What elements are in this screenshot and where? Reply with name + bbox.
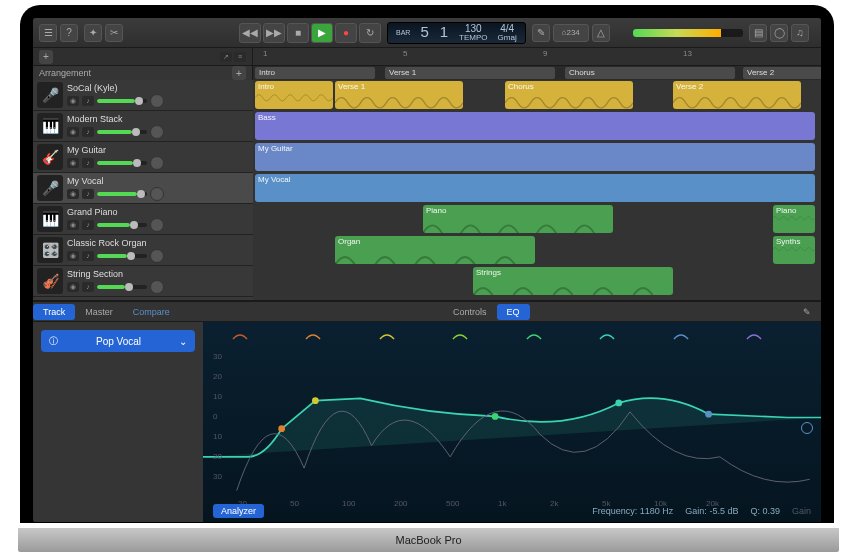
region[interactable]: Piano <box>423 205 613 233</box>
solo-button[interactable]: ♪ <box>82 158 94 168</box>
add-track-button[interactable]: + <box>39 50 53 64</box>
forward-button[interactable]: ▶▶ <box>263 23 285 43</box>
solo-button[interactable]: ♪ <box>82 127 94 137</box>
volume-slider[interactable] <box>97 161 147 165</box>
stop-button[interactable]: ■ <box>287 23 309 43</box>
pan-knob[interactable] <box>150 249 164 263</box>
play-button[interactable]: ▶ <box>311 23 333 43</box>
lcd-position[interactable]: 5 1 <box>420 23 449 42</box>
tool-button[interactable]: ✎ <box>532 24 550 42</box>
timeline[interactable]: Intro Verse 1 Chorus Verse 2 Bass My Gui… <box>253 80 821 300</box>
region[interactable]: Bass <box>255 112 815 140</box>
analyzer-button[interactable]: Analyzer <box>213 504 264 518</box>
track-header[interactable]: 🎻 String Section ◉ ♪ <box>33 266 253 297</box>
arrangement-segment[interactable]: Verse 1 <box>385 67 555 79</box>
track-icon: 🎹 <box>37 206 63 232</box>
eq-curve[interactable] <box>203 322 821 513</box>
region[interactable]: Strings <box>473 267 673 295</box>
track-header[interactable]: 🎤 SoCal (Kyle) ◉ ♪ <box>33 80 253 111</box>
volume-slider[interactable] <box>97 130 147 134</box>
pan-knob[interactable] <box>150 94 164 108</box>
eq-y-label: 20 <box>213 452 222 461</box>
add-arrangement-button[interactable]: + <box>232 66 246 80</box>
cycle-button[interactable]: ↻ <box>359 23 381 43</box>
track-header[interactable]: 🎤 My Vocal ◉ ♪ <box>33 173 253 204</box>
region[interactable]: Piano <box>773 205 815 233</box>
tab-controls[interactable]: Controls <box>443 304 497 320</box>
tab-eq[interactable]: EQ <box>497 304 530 320</box>
arrangement-segment[interactable]: Intro <box>255 67 375 79</box>
pan-knob[interactable] <box>150 218 164 232</box>
media-button[interactable]: ♫ <box>791 24 809 42</box>
pan-knob[interactable] <box>150 156 164 170</box>
record-button[interactable]: ● <box>335 23 357 43</box>
pan-knob[interactable] <box>150 280 164 294</box>
region[interactable]: Verse 2 <box>673 81 801 109</box>
arrangement-segment[interactable]: Verse 2 <box>743 67 821 79</box>
svg-point-4 <box>705 411 712 418</box>
tab-compare[interactable]: Compare <box>123 304 180 320</box>
volume-slider[interactable] <box>97 285 147 289</box>
pan-knob[interactable] <box>150 125 164 139</box>
rewind-button[interactable]: ◀◀ <box>239 23 261 43</box>
ruler[interactable]: 1591317 <box>253 48 821 65</box>
track-header-controls: + ↗ ≡ 1591317 <box>33 48 821 66</box>
scissors-button[interactable]: ✂ <box>105 24 123 42</box>
mute-button[interactable]: ◉ <box>67 96 79 106</box>
volume-slider[interactable] <box>97 192 147 196</box>
region[interactable]: My Vocal <box>255 174 815 202</box>
region[interactable]: Synths <box>773 236 815 264</box>
loops-button[interactable]: ◯ <box>770 24 788 42</box>
tuner-button[interactable]: ⌂234 <box>553 24 589 42</box>
metronome-button[interactable]: △ <box>592 24 610 42</box>
region[interactable]: Organ <box>335 236 535 264</box>
hdr-btn-2[interactable]: ≡ <box>234 52 246 62</box>
mute-button[interactable]: ◉ <box>67 127 79 137</box>
volume-slider[interactable] <box>97 254 147 258</box>
output-gain-knob[interactable] <box>801 422 813 434</box>
arrangement-segment[interactable]: Chorus <box>565 67 735 79</box>
hdr-btn-1[interactable]: ↗ <box>220 52 232 62</box>
master-volume[interactable] <box>633 29 743 37</box>
mute-button[interactable]: ◉ <box>67 220 79 230</box>
track-header[interactable]: 🎸 My Guitar ◉ ♪ <box>33 142 253 173</box>
mute-button[interactable]: ◉ <box>67 282 79 292</box>
volume-slider[interactable] <box>97 99 147 103</box>
arrangement-label: Arrangement <box>39 68 91 78</box>
volume-slider[interactable] <box>97 223 147 227</box>
region[interactable]: Verse 1 <box>335 81 463 109</box>
track-header[interactable]: 🎹 Grand Piano ◉ ♪ <box>33 204 253 235</box>
eq-y-label: 0 <box>213 412 217 421</box>
mute-button[interactable]: ◉ <box>67 251 79 261</box>
device-label: MacBook Pro <box>18 528 839 552</box>
tab-master[interactable]: Master <box>75 304 123 320</box>
track-name: Classic Rock Organ <box>67 238 249 248</box>
quick-help-button[interactable]: ? <box>60 24 78 42</box>
mute-button[interactable]: ◉ <box>67 158 79 168</box>
track-header[interactable]: 🎹 Modern Stack ◉ ♪ <box>33 111 253 142</box>
pan-knob[interactable] <box>150 187 164 201</box>
library-button[interactable]: ☰ <box>39 24 57 42</box>
eq-y-label: 30 <box>213 352 222 361</box>
preset-select[interactable]: ⓘ Pop Vocal ⌄ <box>41 330 195 352</box>
region[interactable]: Chorus <box>505 81 633 109</box>
eq-readout: Frequency: 1180 Hz Gain: -5.5 dB Q: 0.39… <box>592 506 811 516</box>
region[interactable]: My Guitar <box>255 143 815 171</box>
solo-button[interactable]: ♪ <box>82 251 94 261</box>
settings-button[interactable]: ✦ <box>84 24 102 42</box>
lcd-tempo[interactable]: 130 <box>465 24 482 33</box>
solo-button[interactable]: ♪ <box>82 189 94 199</box>
mute-button[interactable]: ◉ <box>67 189 79 199</box>
tab-track[interactable]: Track <box>33 304 75 320</box>
eq-display[interactable]: 3020100102030 20501002005001k2k5k10k20k … <box>203 322 821 522</box>
lcd-timesig[interactable]: 4/4 <box>500 24 514 33</box>
edit-button[interactable]: ✎ <box>793 304 821 320</box>
editor-sidebar: ⓘ Pop Vocal ⌄ <box>33 322 203 522</box>
track-header[interactable]: 🎛️ Classic Rock Organ ◉ ♪ <box>33 235 253 266</box>
notepad-button[interactable]: ▤ <box>749 24 767 42</box>
region[interactable]: Intro <box>255 81 333 109</box>
lcd-key[interactable]: Gmaj <box>498 33 517 42</box>
solo-button[interactable]: ♪ <box>82 282 94 292</box>
solo-button[interactable]: ♪ <box>82 96 94 106</box>
solo-button[interactable]: ♪ <box>82 220 94 230</box>
